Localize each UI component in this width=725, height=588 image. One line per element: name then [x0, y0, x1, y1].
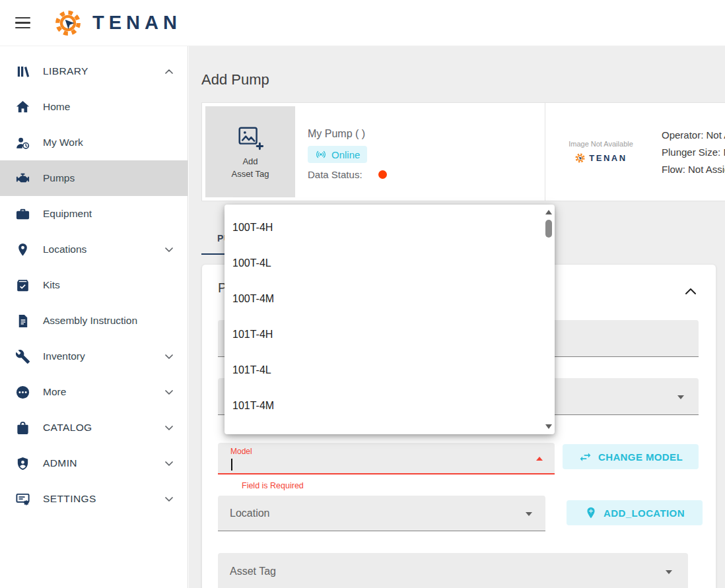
change-model-button[interactable]: CHANGE MODEL [563, 444, 699, 469]
sidebar-item-home[interactable]: Home [0, 89, 188, 125]
broadcast-icon [315, 148, 327, 160]
caret-up-icon [536, 457, 543, 461]
location-select[interactable]: Location [218, 496, 545, 531]
sidebar-item-more[interactable]: More [0, 374, 188, 410]
status-text: Online [331, 149, 360, 160]
swap-horizontal-icon [578, 450, 592, 464]
sidebar-item-pumps[interactable]: Pumps [0, 160, 188, 196]
model-error-text: Field is Required [242, 481, 304, 490]
location-pin-icon [15, 242, 31, 258]
add-location-button[interactable]: ADD_LOCATION [567, 500, 703, 525]
library-icon [15, 63, 31, 80]
brand-gear-icon [53, 8, 83, 38]
model-dropdown-menu: 100T-4H 100T-4L 100T-4M 101T-4H 101T-4L … [224, 205, 555, 434]
sidebar-item-assembly-instruction[interactable]: Assembly Instruction [0, 303, 188, 339]
online-status-badge: Online [308, 146, 367, 163]
dropdown-option[interactable]: 101T-4M [224, 388, 543, 424]
pump-icon [15, 170, 31, 187]
pump-summary-left: Add Asset Tag My Pump ( ) Online Data St… [202, 103, 545, 201]
equipment-icon [15, 206, 31, 222]
data-status-label: Data Status: [308, 169, 362, 180]
sidebar-item-my-work[interactable]: My Work [0, 125, 188, 160]
sidebar-item-equipment[interactable]: Equipment [0, 196, 188, 232]
location-label: Location [230, 507, 270, 519]
app-header: TENAN [0, 0, 725, 46]
dropdown-option[interactable]: 100T-4H [224, 210, 543, 245]
sidebar: LIBRARY Home My Work Pumps Equipment Loc… [0, 46, 188, 588]
add-asset-tag-label: Add Asset Tag [232, 156, 269, 181]
pump-name: My Pump ( ) [308, 128, 387, 140]
model-option-list: 100T-4H 100T-4L 100T-4M 101T-4H 101T-4L … [224, 205, 543, 434]
dropdown-scrollbar[interactable] [543, 205, 555, 434]
brand-wordmark: TENAN [92, 12, 182, 34]
dropdown-option[interactable]: 101T-4H [224, 317, 543, 352]
collapse-section-button[interactable] [681, 282, 700, 300]
image-placeholder: Image Not Available TENAN [552, 103, 650, 201]
data-status-row: Data Status: [308, 169, 387, 180]
chevron-up-icon [165, 69, 173, 74]
brand-logo: TENAN [53, 8, 182, 38]
data-status-dot [378, 170, 387, 179]
dropdown-option[interactable]: 100T-4M [224, 281, 543, 317]
chevron-up-icon [685, 288, 696, 294]
tools-icon [15, 348, 31, 365]
mini-gear-icon [574, 152, 586, 164]
sidebar-item-inventory[interactable]: Inventory [0, 339, 188, 374]
more-dots-icon [15, 384, 31, 401]
chevron-down-icon [165, 461, 173, 466]
pump-detail-lines: Operator: Not Assigned Plunger Size: Not… [662, 103, 725, 201]
scroll-down-arrow-icon[interactable] [545, 424, 552, 429]
pump-summary-card: Add Asset Tag My Pump ( ) Online Data St… [201, 102, 725, 201]
caret-down-icon [677, 395, 684, 399]
home-icon [15, 99, 31, 115]
admin-shield-icon [15, 455, 31, 472]
dropdown-option[interactable]: 100T-4L [224, 245, 543, 281]
add-image-icon [235, 123, 265, 153]
chevron-down-icon [165, 390, 173, 395]
asset-tag-select[interactable]: Asset Tag [218, 553, 688, 588]
main-content: Add Pump Add Asset Tag My Pump ( ) [189, 46, 725, 588]
sidebar-item-kits[interactable]: Kits [0, 267, 188, 303]
document-icon [15, 313, 31, 329]
kit-box-icon [15, 277, 31, 294]
scroll-up-arrow-icon[interactable] [545, 210, 552, 214]
asset-tag-label: Asset Tag [230, 566, 276, 577]
my-work-icon [15, 135, 31, 151]
pump-meta: My Pump ( ) Online Data Status: [298, 103, 387, 201]
image-placeholder-text: Image Not Available [569, 140, 633, 148]
chevron-down-icon [165, 497, 173, 502]
flow-line: Flow: Not Assigned [662, 161, 725, 178]
model-label: Model [230, 447, 252, 456]
model-select[interactable]: Model [218, 443, 555, 474]
add-location-pin-icon [584, 506, 598, 519]
settings-icon [15, 491, 31, 507]
sidebar-item-catalog[interactable]: CATALOG [0, 410, 188, 445]
dropdown-option[interactable]: 101T-4L [224, 352, 543, 388]
chevron-down-icon [165, 354, 173, 359]
menu-button[interactable] [8, 9, 37, 38]
caret-down-icon [666, 570, 672, 574]
mini-brand-logo: TENAN [574, 152, 627, 164]
caret-down-icon [526, 512, 532, 516]
chevron-down-icon [165, 247, 173, 252]
operator-line: Operator: Not Assigned [662, 127, 725, 144]
page-title: Add Pump [201, 71, 269, 88]
plunger-size-line: Plunger Size: Not Assigned [662, 144, 725, 161]
catalog-bag-icon [15, 420, 31, 436]
sidebar-item-library[interactable]: LIBRARY [0, 53, 188, 89]
sidebar-item-locations[interactable]: Locations [0, 232, 188, 267]
add-asset-tag-tile[interactable]: Add Asset Tag [205, 106, 295, 197]
sidebar-item-settings[interactable]: SETTINGS [0, 481, 188, 517]
pump-info-panel: Image Not Available TENAN Operator: Not … [545, 103, 725, 201]
scrollbar-thumb[interactable] [545, 220, 552, 238]
text-cursor [231, 459, 232, 471]
sidebar-item-admin[interactable]: ADMIN [0, 445, 188, 481]
chevron-down-icon [165, 426, 173, 430]
